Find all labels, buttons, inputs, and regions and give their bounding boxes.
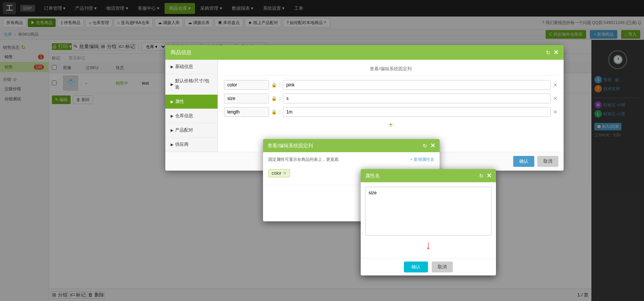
modal-header-actions: ↻ ✕: [546, 49, 558, 56]
modal-confirm-btn[interactable]: 确认: [513, 156, 534, 167]
modal-content: 查看/编辑系统固定列 🔒 : ✕ 🔒 : ✕ 🔒 : ✕: [218, 60, 564, 152]
modal-nav-sidebar: ▶ 基础信息 ▶ 默认价格/尺寸/包装 ▶ 属性 ▶ 仓库信息 ▶ 产品配对 ▶…: [165, 60, 218, 152]
modal-product-title: 商品信息: [171, 49, 192, 56]
modal-cancel-btn[interactable]: 取消: [537, 156, 558, 167]
lock-icon-length: 🔒: [271, 109, 277, 115]
attr-key-color[interactable]: [224, 80, 269, 90]
arrow-icon-2: ▶: [171, 82, 174, 86]
colon-1: :: [279, 82, 281, 88]
system-cols-header: 查看/编辑系统固定列: [224, 66, 558, 76]
add-attr-link[interactable]: + 新增属性名: [410, 157, 434, 162]
nav-attrs-label: 属性: [175, 98, 184, 105]
attr-tag-color[interactable]: color ✕: [268, 169, 290, 177]
attr-key-size[interactable]: [224, 94, 269, 103]
sub-modal-desc-text: 固定属性可显示在商品列表上，更直观: [268, 157, 339, 162]
attr-name-modal: 属性名 ↻ ✕ size ↓ 确认 取消: [361, 169, 496, 275]
clear-icon-size[interactable]: ✕: [553, 95, 558, 101]
sub-modal-title: 查看/编辑系统固定列: [268, 142, 313, 149]
modal-nav-price[interactable]: ▶ 默认价格/尺寸/包装: [165, 74, 218, 95]
sub-modal-desc: 固定属性可显示在商品列表上，更直观 + 新增属性名: [268, 157, 434, 162]
attr-name-modal-close-icon[interactable]: ✕: [487, 172, 491, 179]
attr-row-size: 🔒 : ✕: [224, 94, 558, 103]
modal-close-icon[interactable]: ✕: [553, 49, 558, 56]
arrow-icon-4: ▶: [171, 114, 174, 118]
attr-tag-remove-icon[interactable]: ✕: [283, 171, 287, 176]
nav-warehouse-label: 仓库信息: [175, 113, 193, 119]
arrow-icon-5: ▶: [171, 128, 174, 132]
attr-name-footer: 确认 取消: [361, 258, 496, 275]
modal-nav-supplier[interactable]: ▶ 供应商: [165, 138, 218, 152]
modal-refresh-icon[interactable]: ↻: [546, 50, 550, 56]
attr-name-cancel-btn[interactable]: 取消: [432, 262, 453, 272]
lock-icon-color: 🔒: [271, 82, 277, 88]
nav-supplier-label: 供应商: [175, 141, 189, 148]
modal-product-header: 商品信息 ↻ ✕: [165, 45, 564, 60]
attr-name-modal-body: size ↓: [361, 182, 496, 258]
attr-name-modal-title: 属性名: [365, 172, 380, 179]
add-attr-row-btn[interactable]: +: [224, 121, 558, 129]
clear-icon-color[interactable]: ✕: [553, 82, 558, 88]
colon-3: :: [279, 109, 281, 115]
arrow-icon-3: ▶: [171, 100, 174, 104]
attr-name-modal-header: 属性名 ↻ ✕: [361, 169, 496, 182]
arrow-icon: ▶: [171, 65, 174, 69]
sub-modal-close-icon[interactable]: ✕: [430, 142, 435, 149]
attr-val-color[interactable]: [283, 80, 551, 90]
nav-basic-label: 基础信息: [175, 64, 193, 70]
attr-key-length[interactable]: [224, 107, 269, 117]
modal-nav-warehouse[interactable]: ▶ 仓库信息: [165, 109, 218, 123]
attr-row-length: 🔒 : ✕: [224, 107, 558, 117]
modal-nav-match[interactable]: ▶ 产品配对: [165, 123, 218, 138]
nav-match-label: 产品配对: [175, 127, 193, 133]
red-arrow-icon: ↓: [365, 238, 491, 252]
arrow-icon-6: ▶: [171, 142, 174, 147]
attr-name-modal-header-actions: ↻ ✕: [479, 172, 491, 179]
lock-icon-size: 🔒: [271, 96, 277, 101]
clear-icon-length[interactable]: ✕: [553, 109, 558, 115]
attr-val-length[interactable]: [283, 107, 551, 117]
attr-val-size[interactable]: [283, 94, 551, 103]
modal-body: ▶ 基础信息 ▶ 默认价格/尺寸/包装 ▶ 属性 ▶ 仓库信息 ▶ 产品配对 ▶…: [165, 60, 564, 152]
attr-row-color: 🔒 : ✕: [224, 80, 558, 90]
attr-tag-label: color: [272, 171, 281, 176]
colon-2: :: [279, 95, 281, 101]
sub-modal-header-actions: ↻ ✕: [423, 142, 435, 149]
modal-nav-attrs[interactable]: ▶ 属性: [165, 95, 218, 109]
attr-name-textarea[interactable]: size: [365, 187, 491, 236]
modal-nav-basic[interactable]: ▶ 基础信息: [165, 60, 218, 74]
attr-name-confirm-btn[interactable]: 确认: [404, 262, 428, 272]
nav-price-label: 默认价格/尺寸/包装: [175, 78, 212, 91]
sub-modal-header: 查看/编辑系统固定列 ↻ ✕: [263, 139, 440, 152]
attr-name-modal-refresh-icon[interactable]: ↻: [479, 173, 484, 179]
sub-modal-refresh-icon[interactable]: ↻: [423, 143, 427, 149]
